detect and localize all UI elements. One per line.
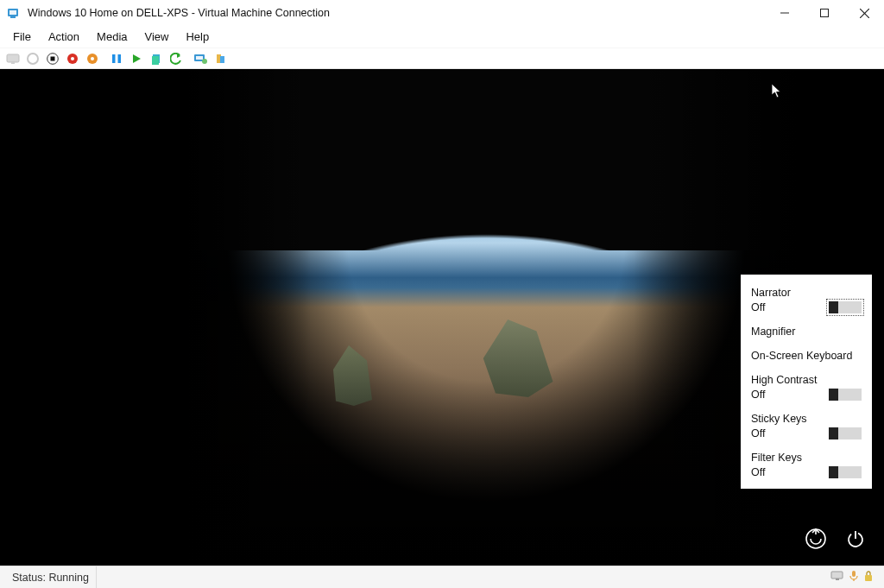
menu-view[interactable]: View <box>137 28 177 46</box>
wallpaper-cave-overlay <box>0 488 884 566</box>
svg-rect-17 <box>118 54 122 63</box>
status-tray <box>825 570 879 585</box>
toolbar-separator <box>103 50 106 67</box>
svg-rect-7 <box>7 54 19 62</box>
svg-rect-1 <box>9 10 16 15</box>
ease-item-osk[interactable]: On-Screen Keyboard <box>751 350 862 362</box>
toggle-switch[interactable] <box>829 427 862 439</box>
start-icon[interactable] <box>127 50 146 67</box>
stop-icon[interactable] <box>43 50 62 67</box>
svg-marker-18 <box>133 54 141 63</box>
ease-of-access-button[interactable] <box>803 526 829 552</box>
ease-item-filterkeys[interactable]: Filter Keys Off <box>751 452 862 478</box>
toggle-switch[interactable] <box>829 466 862 478</box>
svg-rect-32 <box>852 571 856 577</box>
statusbar: Status: Running <box>0 566 884 588</box>
ease-of-access-panel: Narrator Off Magnifier On-Screen Keyboar… <box>741 275 872 489</box>
status-text: Status: Running <box>5 566 97 588</box>
shutdown-icon[interactable] <box>63 50 82 67</box>
svg-point-15 <box>91 57 94 60</box>
svg-rect-26 <box>220 56 224 63</box>
ease-item-highcontrast[interactable]: High Contrast Off <box>751 374 862 401</box>
share-icon[interactable] <box>211 50 230 67</box>
menu-help[interactable]: Help <box>178 28 217 46</box>
ease-label: On-Screen Keyboard <box>751 350 862 362</box>
toggle-switch[interactable] <box>829 389 862 401</box>
login-corner-buttons <box>803 526 868 552</box>
ease-label: High Contrast <box>751 374 862 386</box>
window-title: Windows 10 Home on DELL-XPS - Virtual Ma… <box>28 7 765 19</box>
ease-item-magnifier[interactable]: Magnifier <box>751 326 862 338</box>
monitor-tray-icon[interactable] <box>830 570 844 585</box>
svg-rect-8 <box>11 62 15 64</box>
svg-point-13 <box>71 57 74 60</box>
menu-file[interactable]: File <box>5 28 39 46</box>
enhanced-session-icon[interactable] <box>191 50 210 67</box>
ease-label: Sticky Keys <box>751 413 862 425</box>
mic-tray-icon[interactable] <box>849 570 858 585</box>
svg-point-24 <box>202 59 207 64</box>
svg-rect-34 <box>865 575 872 581</box>
svg-rect-30 <box>831 572 843 579</box>
menu-media[interactable]: Media <box>89 28 135 46</box>
svg-rect-4 <box>821 9 829 17</box>
svg-rect-2 <box>10 16 16 18</box>
toggle-switch[interactable] <box>829 301 862 313</box>
svg-rect-16 <box>112 54 116 63</box>
svg-point-9 <box>28 54 38 64</box>
toolbar <box>0 48 884 69</box>
svg-rect-11 <box>51 56 55 60</box>
lock-tray-icon[interactable] <box>863 570 874 585</box>
menu-action[interactable]: Action <box>41 28 87 46</box>
undo-icon[interactable] <box>167 50 186 67</box>
svg-rect-23 <box>196 56 203 60</box>
pause-icon[interactable] <box>107 50 126 67</box>
reset-icon[interactable] <box>83 50 102 67</box>
vm-display[interactable]: Narrator Off Magnifier On-Screen Keyboar… <box>0 69 884 566</box>
menubar: File Action Media View Help <box>0 26 884 48</box>
window-controls <box>765 0 884 26</box>
maximize-button[interactable] <box>805 0 844 26</box>
ease-state: Off <box>751 301 765 313</box>
toolbar-separator <box>186 50 190 67</box>
ease-label: Magnifier <box>751 326 862 338</box>
titlebar: Windows 10 Home on DELL-XPS - Virtual Ma… <box>0 0 884 26</box>
power-button[interactable] <box>843 526 868 552</box>
ease-item-stickykeys[interactable]: Sticky Keys Off <box>751 413 862 439</box>
close-button[interactable] <box>844 0 884 26</box>
svg-rect-20 <box>152 56 159 65</box>
app-icon <box>7 6 21 20</box>
svg-rect-31 <box>836 579 839 580</box>
mouse-cursor-icon <box>771 83 783 101</box>
minimize-button[interactable] <box>765 0 805 26</box>
ease-state: Off <box>751 466 765 478</box>
ease-label: Narrator <box>751 287 862 299</box>
ease-item-narrator[interactable]: Narrator Off <box>751 287 862 313</box>
revert-checkpoint-icon[interactable] <box>147 50 166 67</box>
power-circle-disabled-icon[interactable] <box>23 50 42 67</box>
ctrl-alt-del-icon[interactable] <box>3 50 22 67</box>
ease-state: Off <box>751 389 765 401</box>
ease-label: Filter Keys <box>751 452 862 464</box>
ease-state: Off <box>751 427 765 439</box>
